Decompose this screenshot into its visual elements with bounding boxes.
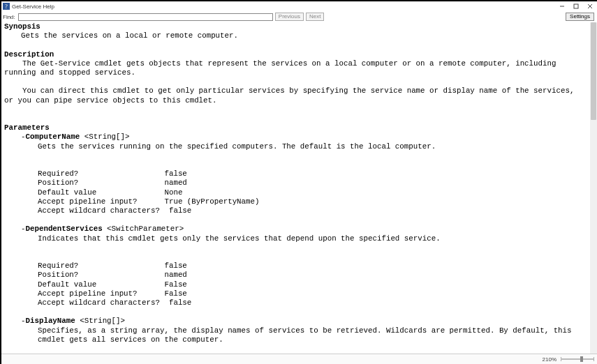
svg-rect-3 <box>574 4 578 8</box>
spacer <box>4 252 587 261</box>
attr-row: Required? false <box>38 261 187 270</box>
spacer <box>4 243 587 252</box>
param-attrs-dependentservices: Required? false Position? named Default … <box>4 261 587 308</box>
zoom-level: 210% <box>543 356 557 363</box>
synopsis-text: Gets the services on a local or remote c… <box>4 31 587 40</box>
param-desc-computername: Gets the services running on the specifi… <box>4 142 587 151</box>
title-bar: ? Get-Service Help <box>1 1 597 11</box>
param-type: <String[]> <box>80 132 129 141</box>
attr-row: Accept pipeline input? False <box>38 289 187 298</box>
zoom-slider[interactable] <box>561 357 594 361</box>
param-type: <String[]> <box>75 317 125 325</box>
attr-row: Position? named <box>38 179 187 187</box>
param-desc-displayname: Specifies, as a string array, the displa… <box>4 326 587 344</box>
param-name: DependentServices <box>25 225 102 233</box>
vertical-scrollbar[interactable] <box>590 22 597 354</box>
param-header-dependentservices: -DependentServices <SwitchParameter> <box>4 225 587 234</box>
description-paragraph-1: The Get-Service cmdlet gets objects that… <box>4 59 587 77</box>
attr-row: Accept wildcard characters? false <box>38 298 191 307</box>
spacer <box>4 308 587 317</box>
param-header-displayname: -DisplayName <String[]> <box>4 317 587 326</box>
param-attrs-computername: Required? false Position? named Default … <box>4 169 587 215</box>
synopsis-heading: Synopsis <box>4 22 587 31</box>
param-desc-dependentservices: Indicates that this cmdlet gets only the… <box>4 234 587 243</box>
description-paragraph-2: You can direct this cmdlet to get only p… <box>4 86 587 105</box>
find-label: Find: <box>3 14 15 20</box>
help-viewport[interactable]: Synopsis Gets the services on a local or… <box>1 22 590 354</box>
maximize-button[interactable] <box>569 1 583 11</box>
svg-text:?: ? <box>5 3 8 10</box>
attr-row: Required? false <box>38 169 187 178</box>
zoom-slider-knob[interactable] <box>580 356 583 362</box>
find-previous-button[interactable]: Previous <box>275 13 304 21</box>
find-next-button[interactable]: Next <box>306 13 324 21</box>
close-button[interactable] <box>583 1 597 11</box>
attr-row: Accept wildcard characters? false <box>38 206 191 215</box>
attr-row: Position? named <box>38 271 187 279</box>
spacer <box>4 40 587 50</box>
attr-row: Accept pipeline input? True (ByPropertyN… <box>38 197 260 206</box>
spacer <box>4 151 587 160</box>
window-control-buttons <box>555 1 597 11</box>
attr-row: Default value False <box>38 280 187 289</box>
help-content: Synopsis Gets the services on a local or… <box>1 22 590 354</box>
find-bar: Find: Previous Next Settings <box>1 11 597 22</box>
param-name: ComputerName <box>25 132 80 141</box>
window-title: Get-Service Help <box>12 3 555 10</box>
spacer <box>4 344 587 354</box>
scrollbar-thumb[interactable] <box>591 22 596 120</box>
status-bar: 210% <box>1 354 597 364</box>
description-text-2: You can direct this cmdlet to get only p… <box>4 86 574 104</box>
parameters-heading: Parameters <box>4 123 587 132</box>
param-header-computername: -ComputerName <String[]> <box>4 132 587 142</box>
settings-button[interactable]: Settings <box>566 13 594 21</box>
attr-row: Default value None <box>38 188 182 197</box>
minimize-button[interactable] <box>555 1 569 11</box>
spacer <box>4 105 587 114</box>
spacer <box>4 77 587 86</box>
find-input[interactable] <box>18 13 273 21</box>
description-text-1: The Get-Service cmdlet gets objects that… <box>4 59 556 77</box>
spacer <box>4 114 587 123</box>
param-name: DisplayName <box>25 317 75 325</box>
app-icon: ? <box>3 3 10 10</box>
spacer <box>4 215 587 225</box>
spacer <box>4 160 587 169</box>
description-heading: Description <box>4 50 587 59</box>
param-type: <SwitchParameter> <box>103 225 184 233</box>
